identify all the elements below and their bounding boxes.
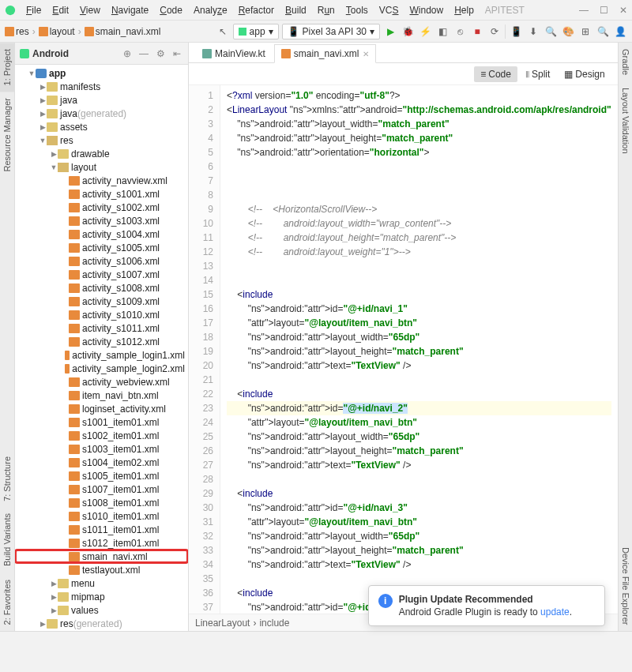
tree-file-s1010_item01-xml[interactable]: s1010_item01.xml xyxy=(15,509,188,523)
menu-tools[interactable]: Tools xyxy=(340,2,374,18)
run-button[interactable]: ▶ xyxy=(383,24,397,39)
menu-refactor[interactable]: Refactor xyxy=(233,2,280,18)
tree-file-activity_webview-xml[interactable]: activity_webview.xml xyxy=(15,375,188,389)
tree-file-s1001_item01-xml[interactable]: s1001_item01.xml xyxy=(15,415,188,429)
tree-file-item_navi_btn-xml[interactable]: item_navi_btn.xml xyxy=(15,389,188,402)
tree-file-activity_navview-xml[interactable]: activity_navview.xml xyxy=(15,174,188,187)
code-editor[interactable]: 1234567891011121314151617181920212223242… xyxy=(189,85,618,614)
tree-file-activity_s1011-xml[interactable]: activity_s1011.xml xyxy=(15,321,188,335)
tool-tab-device-file-explorer[interactable]: Device File Explorer xyxy=(619,541,632,631)
project-tree[interactable]: ▼app ▶manifests ▶java ▶java (generated) … xyxy=(15,65,188,631)
breadcrumb-layout[interactable]: layout xyxy=(39,26,75,37)
menu-vcs[interactable]: VCS xyxy=(374,2,404,18)
window-close-icon[interactable]: ✕ xyxy=(619,5,627,16)
hide-panel-icon[interactable]: ⇤ xyxy=(171,48,183,59)
tree-folder-menu[interactable]: ▶menu xyxy=(15,576,188,590)
tree-file-s1005_item01-xml[interactable]: s1005_item01.xml xyxy=(15,469,188,482)
debug-button[interactable]: 🐞 xyxy=(401,24,415,39)
tree-file-activity_s1012-xml[interactable]: activity_s1012.xml xyxy=(15,335,188,348)
crumb-include[interactable]: include xyxy=(259,618,289,629)
tree-folder-res[interactable]: ▼res xyxy=(15,133,188,147)
tree-gradle-scripts[interactable]: ▶Gradle Scripts xyxy=(15,630,188,631)
tree-folder-layout[interactable]: ▼layout xyxy=(15,160,188,174)
view-mode-design[interactable]: ▦ Design xyxy=(558,66,611,82)
menu-help[interactable]: Help xyxy=(449,2,480,18)
search-button[interactable]: 🔍 xyxy=(596,24,610,39)
tool-tab-favorites[interactable]: 2: Favorites xyxy=(0,573,14,631)
window-minimize-icon[interactable]: — xyxy=(579,5,589,16)
tree-folder-mipmap[interactable]: ▶mipmap xyxy=(15,590,188,603)
tree-file-activity_s1004-xml[interactable]: activity_s1004.xml xyxy=(15,227,188,241)
avatar-icon[interactable]: 👤 xyxy=(613,24,627,39)
menu-view[interactable]: View xyxy=(74,2,106,18)
tree-file-loginset_activity-xml[interactable]: loginset_activity.xml xyxy=(15,402,188,415)
tree-file-activity_s1009-xml[interactable]: activity_s1009.xml xyxy=(15,295,188,308)
avd-button[interactable]: 📱 xyxy=(509,24,523,39)
attach-button[interactable]: ⎋ xyxy=(453,24,467,39)
db-button[interactable]: ⊞ xyxy=(578,24,592,39)
view-mode-code[interactable]: ≡ Code xyxy=(474,66,517,82)
view-mode-split[interactable]: ⫴ Split xyxy=(519,66,556,82)
close-tab-icon[interactable]: ✕ xyxy=(363,50,369,58)
code-text[interactable]: <?xml version="1.0" encoding="utf-8"?><L… xyxy=(220,85,618,614)
window-maximize-icon[interactable]: ☐ xyxy=(600,5,608,16)
sdk-button[interactable]: ⬇ xyxy=(526,24,540,39)
tree-file-activity_s1010-xml[interactable]: activity_s1010.xml xyxy=(15,308,188,321)
settings-gear-icon[interactable]: ⚙ xyxy=(154,48,167,59)
tree-folder-java[interactable]: ▶java xyxy=(15,93,188,107)
tool-tab-resource-manager[interactable]: Resource Manager xyxy=(0,92,14,178)
tree-file-s1004_item02-xml[interactable]: s1004_item02.xml xyxy=(15,456,188,469)
popup-update-link[interactable]: update xyxy=(540,606,570,618)
collapse-all-icon[interactable]: — xyxy=(137,48,151,59)
project-view-title[interactable]: Android xyxy=(32,48,118,59)
tree-file-activity_sample_login1-xml[interactable]: activity_sample_login1.xml xyxy=(15,348,188,362)
tree-file-activity_s1002-xml[interactable]: activity_s1002.xml xyxy=(15,201,188,214)
tree-file-s1002_item01-xml[interactable]: s1002_item01.xml xyxy=(15,429,188,442)
breadcrumb-res[interactable]: res xyxy=(5,26,29,37)
stop-button[interactable]: ■ xyxy=(470,24,484,39)
resource-button[interactable]: 🎨 xyxy=(561,24,575,39)
layout-inspector-button[interactable]: 🔍 xyxy=(544,24,558,39)
tree-file-s1007_item01-xml[interactable]: s1007_item01.xml xyxy=(15,482,188,496)
menu-analyze[interactable]: Analyze xyxy=(188,2,233,18)
menu-navigate[interactable]: Navigate xyxy=(106,2,154,18)
tree-file-activity_s1003-xml[interactable]: activity_s1003.xml xyxy=(15,214,188,227)
sync-button[interactable]: ⟳ xyxy=(487,24,502,39)
menu-edit[interactable]: Edit xyxy=(47,2,74,18)
tool-tab-build-variants[interactable]: Build Variants xyxy=(0,507,14,573)
tree-file-s1011_item01-xml[interactable]: s1011_item01.xml xyxy=(15,523,188,536)
menu-window[interactable]: Window xyxy=(404,2,449,18)
tree-file-testlayout-xml[interactable]: testlayout.xml xyxy=(15,563,188,576)
tree-file-activity_s1001-xml[interactable]: activity_s1001.xml xyxy=(15,187,188,201)
tree-folder-values[interactable]: ▶values xyxy=(15,603,188,617)
tree-folder-manifests[interactable]: ▶manifests xyxy=(15,80,188,93)
back-button[interactable]: ↖ xyxy=(216,24,230,39)
tree-file-s1003_item01-xml[interactable]: s1003_item01.xml xyxy=(15,442,188,456)
select-target-icon[interactable]: ⊕ xyxy=(121,48,134,59)
menu-run[interactable]: Run xyxy=(312,2,340,18)
menu-file[interactable]: File xyxy=(21,2,47,18)
editor-tab-mainview[interactable]: MainView.kt xyxy=(195,43,273,62)
tool-tab-structure[interactable]: 7: Structure xyxy=(0,450,14,508)
tree-file-activity_s1005-xml[interactable]: activity_s1005.xml xyxy=(15,241,188,254)
tree-module-app[interactable]: ▼app xyxy=(15,66,188,80)
tree-file-activity_s1008-xml[interactable]: activity_s1008.xml xyxy=(15,281,188,295)
device-selector[interactable]: 📱 Pixel 3a API 30 ▾ xyxy=(282,24,380,39)
tree-file-s1012_item01-xml[interactable]: s1012_item01.xml xyxy=(15,536,188,550)
run-config-selector[interactable]: app ▾ xyxy=(233,24,279,39)
crumb-linearlayout[interactable]: LinearLayout xyxy=(195,618,250,629)
menu-build[interactable]: Build xyxy=(280,2,312,18)
tree-file-smain_navi-xml[interactable]: smain_navi.xml xyxy=(15,550,188,563)
tree-file-activity_sample_login2-xml[interactable]: activity_sample_login2.xml xyxy=(15,362,188,375)
menu-code[interactable]: Code xyxy=(154,2,188,18)
profile-button[interactable]: ⚡ xyxy=(418,24,432,39)
tree-folder-java-gen[interactable]: ▶java (generated) xyxy=(15,107,188,120)
breadcrumb-file[interactable]: smain_navi.xml xyxy=(85,26,161,37)
tool-tab-layout-validation[interactable]: Layout Validation xyxy=(619,81,632,160)
tree-folder-assets[interactable]: ▶assets xyxy=(15,120,188,133)
tree-file-activity_s1006-xml[interactable]: activity_s1006.xml xyxy=(15,254,188,268)
tool-tab-gradle[interactable]: Gradle xyxy=(619,43,632,81)
editor-tab-smain-navi[interactable]: smain_navi.xml ✕ xyxy=(274,44,376,63)
tree-file-s1008_item01-xml[interactable]: s1008_item01.xml xyxy=(15,496,188,509)
tree-file-activity_s1007-xml[interactable]: activity_s1007.xml xyxy=(15,268,188,281)
